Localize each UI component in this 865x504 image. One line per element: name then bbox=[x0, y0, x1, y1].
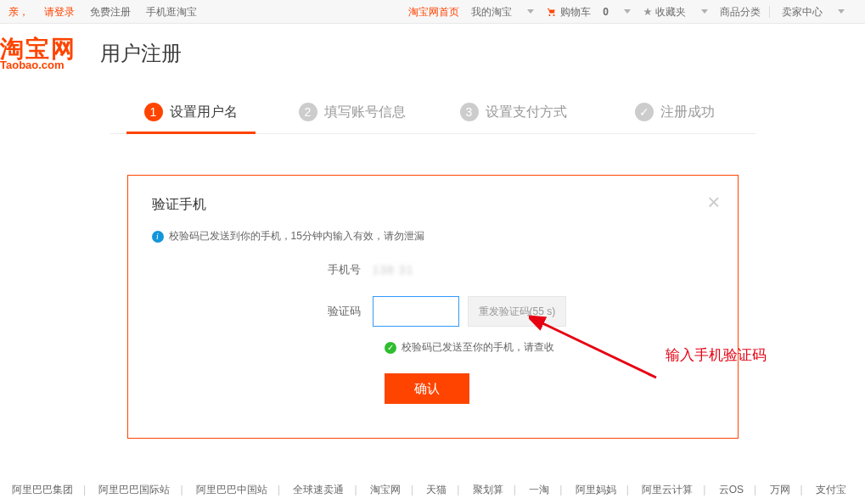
footer-link[interactable]: 阿里云计算 bbox=[642, 484, 693, 496]
step-label: 设置支付方式 bbox=[486, 104, 567, 121]
header: 淘宝网 Taobao.com 用户注册 bbox=[0, 24, 865, 79]
favorites-link[interactable]: 收藏夹 bbox=[643, 0, 708, 24]
check-icon: ✓ bbox=[635, 103, 654, 121]
footer-link[interactable]: 阿里巴巴中国站 bbox=[196, 484, 267, 496]
verify-phone-panel: 验证手机 × i 校验码已发送到你的手机，15分钟内输入有效，请勿泄漏 手机号 … bbox=[127, 175, 739, 439]
greeting-prefix: 亲， bbox=[8, 6, 29, 18]
steps-container: 1 设置用户名 2 填写账号信息 3 设置支付方式 ✓ 注册成功 验证手机 × … bbox=[110, 94, 755, 439]
step-1-username: 1 设置用户名 bbox=[110, 94, 272, 133]
cart-icon bbox=[546, 7, 558, 17]
categories-link[interactable]: 商品分类 bbox=[720, 0, 761, 24]
star-icon bbox=[643, 7, 653, 17]
greeting: 亲，请登录 bbox=[8, 0, 75, 24]
confirm-button[interactable]: 确认 bbox=[385, 373, 469, 404]
favorites-label: 收藏夹 bbox=[655, 0, 686, 24]
sent-success-message: ✓ 校验码已发送至你的手机，请查收 bbox=[385, 340, 714, 355]
phone-number-masked: 138 31 bbox=[373, 263, 414, 277]
seller-center-label: 卖家中心 bbox=[782, 0, 823, 24]
logo-cn: 淘宝网 bbox=[0, 37, 93, 61]
footer-link[interactable]: 万网 bbox=[770, 484, 790, 496]
footer-link[interactable]: 天猫 bbox=[426, 484, 447, 496]
chevron-down-icon bbox=[624, 9, 631, 14]
cart-link[interactable]: 购物车0 bbox=[546, 0, 631, 24]
footer-link[interactable]: 支付宝 bbox=[816, 484, 846, 496]
info-message: i 校验码已发送到你的手机，15分钟内输入有效，请勿泄漏 bbox=[152, 229, 714, 244]
step-label: 填写账号信息 bbox=[324, 104, 406, 121]
footer-link[interactable]: 云OS bbox=[719, 484, 744, 496]
code-label: 验证码 bbox=[152, 304, 373, 319]
registration-steps: 1 设置用户名 2 填写账号信息 3 设置支付方式 ✓ 注册成功 bbox=[110, 94, 755, 134]
mobile-taobao-link[interactable]: 手机逛淘宝 bbox=[146, 0, 197, 24]
cart-count: 0 bbox=[603, 0, 609, 24]
footer-link[interactable]: 阿里巴巴国际站 bbox=[98, 484, 170, 496]
taobao-logo[interactable]: 淘宝网 Taobao.com bbox=[0, 37, 93, 70]
info-text: 校验码已发送到你的手机，15分钟内输入有效，请勿泄漏 bbox=[169, 229, 424, 244]
separator bbox=[769, 6, 770, 18]
chevron-down-icon bbox=[527, 9, 534, 14]
footer-links: 阿里巴巴集团| 阿里巴巴国际站| 阿里巴巴中国站| 全球速卖通| 淘宝网| 天猫… bbox=[0, 473, 865, 504]
step-4-success: ✓ 注册成功 bbox=[594, 94, 755, 133]
panel-title: 验证手机 bbox=[152, 196, 714, 214]
sent-success-text: 校验码已发送至你的手机，请查收 bbox=[402, 340, 554, 355]
step-3-payment: 3 设置支付方式 bbox=[433, 94, 594, 133]
cart-label: 购物车 bbox=[560, 0, 591, 24]
taobao-home-link[interactable]: 淘宝网首页 bbox=[408, 0, 459, 24]
my-taobao-label: 我的淘宝 bbox=[471, 0, 512, 24]
top-bar: 亲，请登录 免费注册 手机逛淘宝 淘宝网首页 我的淘宝 购物车0 收藏夹 商品分… bbox=[0, 0, 865, 24]
my-taobao-link[interactable]: 我的淘宝 bbox=[471, 0, 534, 24]
footer-link[interactable]: 全球速卖通 bbox=[293, 484, 344, 496]
step-number: 3 bbox=[460, 103, 479, 121]
footer-link[interactable]: 淘宝网 bbox=[370, 484, 401, 496]
page-title: 用户注册 bbox=[100, 40, 182, 70]
verification-code-input[interactable] bbox=[373, 296, 459, 327]
resend-code-button[interactable]: 重发验证码(55 s) bbox=[468, 296, 567, 327]
step-number: 2 bbox=[299, 103, 317, 121]
footer-link[interactable]: 一淘 bbox=[529, 484, 549, 496]
topbar-right: 淘宝网首页 我的淘宝 购物车0 收藏夹 商品分类 卖家中心 bbox=[408, 0, 857, 23]
step-number: 1 bbox=[144, 103, 163, 121]
footer-link[interactable]: 聚划算 bbox=[473, 484, 503, 496]
free-register-link[interactable]: 免费注册 bbox=[90, 0, 131, 24]
code-row: 验证码 重发验证码(55 s) bbox=[152, 296, 714, 327]
close-icon[interactable]: × bbox=[707, 191, 720, 213]
chevron-down-icon bbox=[838, 9, 845, 14]
footer-link[interactable]: 阿里巴巴集团 bbox=[12, 484, 73, 496]
phone-row: 手机号 138 31 bbox=[152, 262, 714, 277]
step-label: 设置用户名 bbox=[170, 104, 238, 121]
step-2-account-info: 2 填写账号信息 bbox=[272, 94, 433, 133]
step-label: 注册成功 bbox=[660, 104, 715, 121]
topbar-left: 亲，请登录 免费注册 手机逛淘宝 bbox=[8, 0, 212, 23]
phone-label: 手机号 bbox=[152, 262, 373, 277]
login-link[interactable]: 请登录 bbox=[44, 6, 75, 18]
check-circle-icon: ✓ bbox=[385, 342, 396, 354]
footer-link[interactable]: 阿里妈妈 bbox=[576, 484, 616, 496]
seller-center-link[interactable]: 卖家中心 bbox=[782, 0, 845, 24]
logo-en: Taobao.com bbox=[0, 59, 93, 70]
chevron-down-icon bbox=[701, 9, 708, 14]
info-icon: i bbox=[152, 231, 164, 243]
